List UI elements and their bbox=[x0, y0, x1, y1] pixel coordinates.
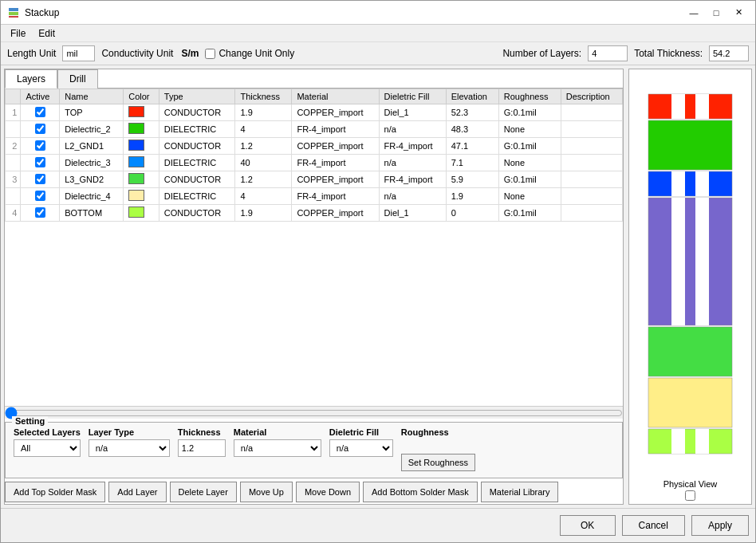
row-roughness: G:0.1mil bbox=[498, 138, 561, 155]
change-unit-only-text: Change Unit Only bbox=[219, 48, 294, 59]
layers-table: Active Name Color Type Thickness Materia… bbox=[5, 89, 623, 222]
row-num: 3 bbox=[6, 171, 21, 188]
table-row[interactable]: 3L3_GND2CONDUCTOR1.2COPPER_importFR-4_im… bbox=[6, 171, 623, 188]
row-color[interactable] bbox=[124, 155, 159, 171]
svg-rect-0 bbox=[9, 8, 18, 11]
num-layers-input[interactable] bbox=[588, 45, 628, 61]
table-row[interactable]: 2L2_GND1CONDUCTOR1.2COPPER_importFR-4_im… bbox=[6, 138, 623, 155]
tabs-row: Layers Drill bbox=[5, 69, 623, 89]
table-row[interactable]: 4BOTTOMCONDUCTOR1.9COPPER_importDiel_10G… bbox=[6, 205, 623, 222]
row-type: CONDUCTOR bbox=[159, 138, 235, 155]
dielectric-fill-select[interactable]: n/a bbox=[329, 439, 393, 457]
row-name: TOP bbox=[60, 104, 124, 121]
row-color[interactable] bbox=[124, 205, 159, 222]
row-elevation: 47.1 bbox=[446, 138, 498, 155]
row-material: COPPER_import bbox=[292, 138, 379, 155]
stackup-icon bbox=[7, 6, 20, 19]
row-num bbox=[6, 155, 21, 171]
svg-rect-2 bbox=[9, 16, 18, 18]
row-description bbox=[561, 155, 622, 171]
row-name: BOTTOM bbox=[60, 205, 124, 222]
menu-edit[interactable]: Edit bbox=[32, 26, 61, 41]
scrollbar-row bbox=[5, 406, 623, 419]
table-row[interactable]: Dielectric_4DIELECTRIC4FR-4_importn/a1.9… bbox=[6, 188, 623, 205]
delete-layer-button[interactable]: Delete Layer bbox=[170, 482, 237, 502]
row-material: COPPER_import bbox=[292, 104, 379, 121]
add-layer-button[interactable]: Add Layer bbox=[108, 482, 166, 502]
roughness-col: Roughness Set Roughness bbox=[401, 427, 475, 471]
row-description bbox=[561, 121, 622, 138]
tab-drill[interactable]: Drill bbox=[57, 69, 98, 89]
maximize-button[interactable]: □ bbox=[706, 5, 726, 21]
tab-layers[interactable]: Layers bbox=[5, 69, 57, 89]
total-thickness-input[interactable] bbox=[709, 45, 749, 61]
table-row[interactable]: Dielectric_3DIELECTRIC40FR-4_importn/a7.… bbox=[6, 155, 623, 171]
row-description bbox=[561, 171, 622, 188]
row-color[interactable] bbox=[124, 188, 159, 205]
apply-button[interactable]: Apply bbox=[691, 515, 749, 536]
row-dielectric: n/a bbox=[379, 188, 446, 205]
row-roughness: G:0.1mil bbox=[498, 171, 561, 188]
content-area: Layers Drill Active Name Color Type Thic… bbox=[1, 65, 755, 508]
row-thickness: 1.9 bbox=[235, 104, 292, 121]
selected-layers-label: Selected Layers bbox=[14, 427, 81, 437]
svg-rect-11 bbox=[671, 198, 685, 325]
table-row[interactable]: 1TOPCONDUCTOR1.9COPPER_importDiel_152.3G… bbox=[6, 104, 623, 121]
row-roughness: None bbox=[498, 188, 561, 205]
close-button[interactable]: ✕ bbox=[728, 5, 749, 21]
conductivity-unit-value: S/m bbox=[181, 48, 199, 59]
row-color[interactable] bbox=[124, 121, 159, 138]
material-library-button[interactable]: Material Library bbox=[481, 482, 559, 502]
row-material: COPPER_import bbox=[292, 205, 379, 222]
total-thickness-label: Total Thickness: bbox=[634, 48, 703, 59]
row-dielectric: n/a bbox=[379, 121, 446, 138]
selected-layers-select[interactable]: All bbox=[14, 439, 81, 457]
bottom-buttons: Add Top Solder Mask Add Layer Delete Lay… bbox=[5, 478, 623, 504]
row-type: CONDUCTOR bbox=[159, 171, 235, 188]
row-color[interactable] bbox=[124, 171, 159, 188]
row-color[interactable] bbox=[124, 104, 159, 121]
add-bottom-solder-mask-button[interactable]: Add Bottom Solder Mask bbox=[363, 482, 478, 502]
length-unit-dropdown[interactable]: mil mm bbox=[62, 45, 95, 61]
row-type: CONDUCTOR bbox=[159, 104, 235, 121]
roughness-label: Roughness bbox=[401, 427, 475, 437]
move-up-button[interactable]: Move Up bbox=[240, 482, 293, 502]
row-thickness: 1.9 bbox=[235, 205, 292, 222]
svg-rect-7 bbox=[648, 171, 732, 196]
row-active bbox=[21, 171, 60, 188]
cancel-button[interactable]: Cancel bbox=[622, 515, 685, 536]
setting-row: Selected Layers All Layer Type n/a CONDU… bbox=[14, 427, 614, 471]
row-roughness: None bbox=[498, 155, 561, 171]
minimize-button[interactable]: — bbox=[683, 5, 704, 21]
layer-type-select[interactable]: n/a CONDUCTOR DIELECTRIC bbox=[89, 439, 170, 457]
table-row[interactable]: Dielectric_2DIELECTRIC4FR-4_importn/a48.… bbox=[6, 121, 623, 138]
svg-rect-10 bbox=[648, 198, 732, 325]
physical-view-checkbox[interactable] bbox=[685, 490, 695, 501]
add-top-solder-mask-button[interactable]: Add Top Solder Mask bbox=[5, 482, 105, 502]
row-active bbox=[21, 138, 60, 155]
row-dielectric: Diel_1 bbox=[379, 104, 446, 121]
horizontal-scrollbar[interactable] bbox=[5, 407, 623, 419]
set-roughness-button[interactable]: Set Roughness bbox=[401, 454, 475, 471]
thickness-label: Thickness bbox=[178, 427, 226, 437]
table-container[interactable]: Active Name Color Type Thickness Materia… bbox=[5, 89, 623, 406]
layer-type-col: Layer Type n/a CONDUCTOR DIELECTRIC bbox=[89, 427, 170, 457]
row-elevation: 7.1 bbox=[446, 155, 498, 171]
material-select[interactable]: n/a bbox=[234, 439, 321, 457]
svg-rect-9 bbox=[695, 171, 709, 196]
row-material: COPPER_import bbox=[292, 171, 379, 188]
title-bar-left: Stackup bbox=[7, 6, 59, 19]
physical-view-canvas bbox=[629, 69, 751, 478]
ok-button[interactable]: OK bbox=[560, 515, 616, 536]
col-header-thickness: Thickness bbox=[235, 89, 292, 104]
row-color[interactable] bbox=[124, 138, 159, 155]
row-dielectric: Diel_1 bbox=[379, 205, 446, 222]
menu-file[interactable]: File bbox=[4, 26, 32, 41]
thickness-input[interactable] bbox=[178, 439, 226, 457]
toolbar: Length Unit mil mm Conductivity Unit S/m… bbox=[1, 42, 755, 65]
move-down-button[interactable]: Move Down bbox=[296, 482, 360, 502]
svg-rect-8 bbox=[671, 171, 685, 196]
left-panel: Layers Drill Active Name Color Type Thic… bbox=[4, 69, 624, 505]
change-unit-only-checkbox[interactable] bbox=[205, 49, 215, 59]
window-title: Stackup bbox=[25, 7, 59, 18]
